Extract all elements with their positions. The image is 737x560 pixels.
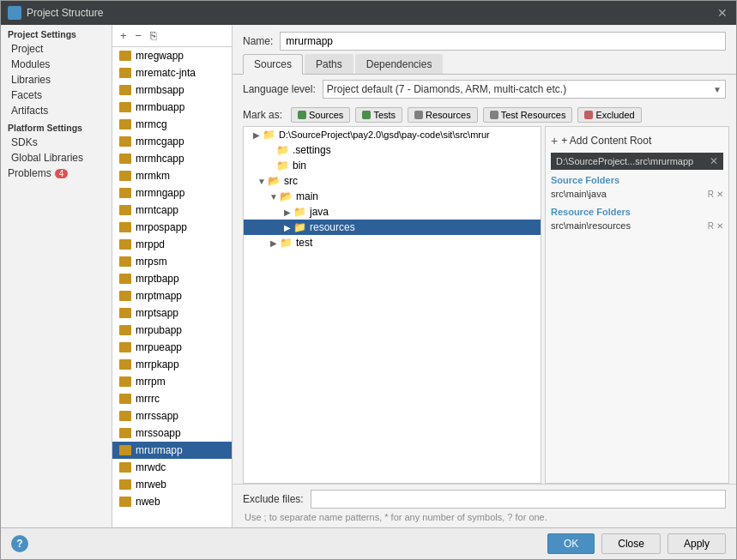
module-list-item[interactable]: mrpueapp (112, 339, 232, 356)
name-label: Name: (243, 35, 273, 47)
source-folder-edit-icon[interactable]: R (708, 190, 714, 199)
module-list-item[interactable]: nweb (112, 493, 232, 510)
mark-test-resources-button[interactable]: Test Resources (483, 107, 573, 123)
add-content-root-button[interactable]: + + Add Content Root (551, 132, 723, 149)
module-icon (119, 411, 131, 421)
tree-item-root[interactable]: ▶ 📁 D:\SourceProject\pay2.0\gsd\pay-code… (244, 127, 541, 142)
module-list-item[interactable]: mrpubapp (112, 322, 232, 339)
tree-item-main[interactable]: ▼ 📂 main (244, 189, 541, 204)
sidebar-item-modules[interactable]: Modules (1, 57, 112, 72)
tab-dependencies[interactable]: Dependencies (355, 54, 444, 74)
sidebar-item-global-libraries[interactable]: Global Libraries (1, 150, 112, 166)
module-list-item[interactable]: mrmcg (112, 116, 232, 133)
apply-button[interactable]: Apply (668, 533, 726, 554)
module-list-item[interactable]: mrmhcapp (112, 150, 232, 167)
close-icon[interactable]: ✕ (716, 6, 729, 20)
module-name: mrrrc (136, 393, 160, 405)
mark-resources-label: Resources (426, 110, 471, 120)
tree-item-resources[interactable]: ▶ 📁 resources (244, 220, 541, 235)
problems-label: Problems (8, 167, 51, 179)
mark-excluded-button[interactable]: Excluded (577, 107, 641, 123)
module-icon (119, 479, 131, 490)
module-list-item[interactable]: mrmkm (112, 167, 232, 184)
module-name: mrmngapp (136, 187, 184, 199)
sidebar-item-artifacts[interactable]: Artifacts (1, 103, 112, 118)
module-list-item[interactable]: mrntcapp (112, 202, 232, 219)
module-list-item[interactable]: mrpospapp (112, 219, 232, 236)
dialog-footer: ? OK Close Apply (1, 527, 736, 559)
module-list-item[interactable]: mrmbsapp (112, 81, 232, 99)
add-module-button[interactable]: + (118, 28, 130, 43)
module-list-item[interactable]: mrmbuapp (112, 99, 232, 116)
module-list-item[interactable]: mrrssapp (112, 407, 232, 425)
module-list-item[interactable]: mrptsapp (112, 304, 232, 322)
mark-tests-button[interactable]: Tests (355, 107, 402, 123)
module-list-item[interactable]: mrurmapp (112, 442, 232, 459)
ok-button[interactable]: OK (547, 533, 595, 554)
module-icon (119, 136, 131, 147)
module-icon (119, 497, 131, 507)
chevron-down-icon: ▼ (713, 85, 722, 94)
name-input[interactable] (280, 32, 726, 51)
module-name: mrmbuapp (136, 101, 184, 113)
module-list-item[interactable]: mrrrc (112, 390, 232, 407)
tree-item-label: .settings (293, 144, 331, 156)
sidebar-item-facets[interactable]: Facets (1, 87, 112, 103)
resource-folder-edit-icon[interactable]: R (708, 221, 714, 231)
exclude-input[interactable] (311, 490, 726, 509)
close-button[interactable]: Close (601, 533, 661, 554)
module-list-item[interactable]: mrrpm (112, 373, 232, 390)
module-list-item[interactable]: mrmcgapp (112, 133, 232, 150)
module-name: mrpospapp (136, 221, 187, 233)
sidebar-item-sdks[interactable]: SDKs (1, 135, 112, 150)
sidebar-item-project[interactable]: Project (1, 41, 112, 57)
module-list-item[interactable]: mrpsm (112, 253, 232, 270)
module-list-item[interactable]: mrppd (112, 236, 232, 253)
module-list-item[interactable]: mrptbapp (112, 270, 232, 287)
remove-module-button[interactable]: − (133, 28, 145, 43)
folder-icon: 📁 (276, 144, 289, 156)
tree-item-settings[interactable]: 📁 .settings (244, 142, 541, 158)
tree-item-test[interactable]: ▶ 📁 test (244, 235, 541, 250)
tests-color-dot (362, 111, 371, 119)
excluded-color-dot (584, 111, 593, 119)
module-name: mrmbsapp (136, 84, 184, 96)
mark-resources-button[interactable]: Resources (408, 107, 478, 123)
module-list-item[interactable]: mrweb (112, 476, 232, 493)
module-list-item[interactable]: mrmngapp (112, 184, 232, 202)
language-level-select[interactable]: Project default (7 - Diamonds, ARM, mult… (323, 80, 726, 99)
copy-module-button[interactable]: ⎘ (148, 28, 160, 43)
tree-item-java[interactable]: ▶ 📁 java (244, 204, 541, 220)
dialog-title: Project Structure (27, 7, 716, 19)
info-panel: + + Add Content Root D:\SourceProject...… (545, 126, 729, 484)
tab-paths[interactable]: Paths (305, 54, 353, 74)
module-list-item[interactable]: mregwapp (112, 47, 232, 64)
module-list-item[interactable]: mrptmapp (112, 287, 232, 304)
source-folder-remove-icon[interactable]: ✕ (716, 190, 723, 199)
module-icon (119, 102, 131, 112)
split-area: ▶ 📁 D:\SourceProject\pay2.0\gsd\pay-code… (233, 126, 736, 484)
mark-excluded-label: Excluded (595, 110, 634, 120)
module-path-close-icon[interactable]: ✕ (710, 155, 718, 167)
help-button[interactable]: ? (11, 535, 28, 552)
exclude-row: Exclude files: (243, 490, 726, 509)
sidebar-item-label: Libraries (11, 74, 51, 86)
resource-folder-remove-icon[interactable]: ✕ (716, 221, 723, 231)
expand-arrow: ▼ (268, 192, 280, 202)
tree-item-label: resources (310, 221, 355, 233)
module-list-item[interactable]: mrssoapp (112, 425, 232, 442)
tab-sources[interactable]: Sources (243, 54, 303, 75)
module-list-item[interactable]: mrematc-jnta (112, 64, 232, 81)
tree-item-src[interactable]: ▼ 📂 src (244, 173, 541, 189)
module-list-item[interactable]: mrrpkapp (112, 356, 232, 373)
module-icon (119, 119, 131, 129)
module-list-item[interactable]: mrwdc (112, 459, 232, 476)
resource-folder-row: src\main\resources R ✕ (551, 220, 723, 232)
module-icon (119, 342, 131, 352)
sidebar-item-problems[interactable]: Problems 4 (1, 166, 112, 181)
expand-arrow: ▼ (256, 177, 268, 186)
sidebar-item-libraries[interactable]: Libraries (1, 72, 112, 87)
mark-sources-label: Sources (309, 110, 343, 120)
tree-item-bin[interactable]: 📁 bin (244, 158, 541, 173)
mark-sources-button[interactable]: Sources (291, 107, 350, 123)
